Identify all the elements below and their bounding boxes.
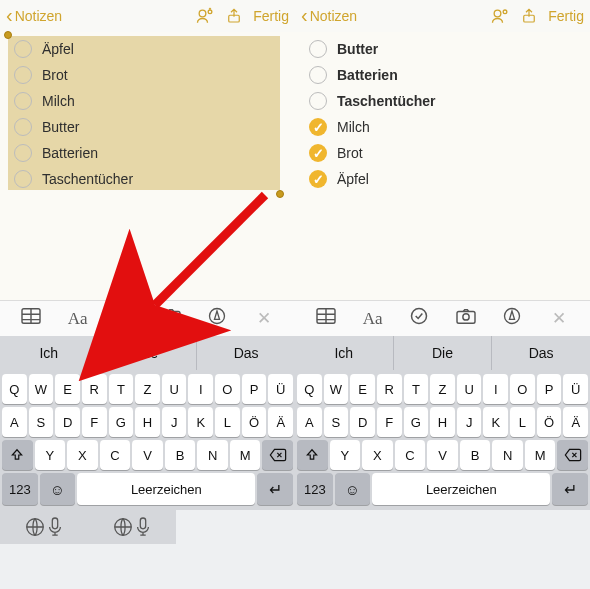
globe-icon[interactable]: [24, 516, 46, 538]
collaborate-icon[interactable]: [490, 6, 510, 26]
checkbox-empty-icon[interactable]: [309, 40, 327, 58]
suggestion[interactable]: Das: [197, 336, 295, 370]
selection-handle-start[interactable]: [4, 31, 12, 39]
key-d[interactable]: D: [350, 407, 375, 437]
numbers-key[interactable]: 123: [2, 473, 38, 505]
camera-icon[interactable]: [451, 307, 481, 330]
mic-icon[interactable]: [134, 516, 152, 538]
checklist-item[interactable]: Butter: [4, 114, 291, 140]
key-r[interactable]: R: [377, 374, 402, 404]
suggestion[interactable]: Das: [492, 336, 590, 370]
key-d[interactable]: D: [55, 407, 80, 437]
key-k[interactable]: K: [188, 407, 213, 437]
return-key[interactable]: ↵: [552, 473, 588, 505]
key-q[interactable]: Q: [2, 374, 27, 404]
key-g[interactable]: G: [109, 407, 134, 437]
suggestion[interactable]: Die: [99, 336, 198, 370]
markup-icon[interactable]: [202, 306, 232, 331]
key-c[interactable]: C: [395, 440, 426, 470]
camera-icon[interactable]: [156, 307, 186, 330]
checkbox-checked-icon[interactable]: [309, 118, 327, 136]
checkbox-empty-icon[interactable]: [309, 92, 327, 110]
key-g[interactable]: G: [404, 407, 429, 437]
checklist-icon[interactable]: [109, 306, 139, 331]
key-ä[interactable]: Ä: [268, 407, 293, 437]
key-ö[interactable]: Ö: [537, 407, 562, 437]
key-n[interactable]: N: [492, 440, 523, 470]
checklist-item[interactable]: Butter: [299, 36, 586, 62]
checklist-item[interactable]: Brot: [4, 62, 291, 88]
key-l[interactable]: L: [215, 407, 240, 437]
key-j[interactable]: J: [162, 407, 187, 437]
key-p[interactable]: P: [537, 374, 562, 404]
checklist-item[interactable]: Äpfel: [299, 166, 586, 192]
key-a[interactable]: A: [297, 407, 322, 437]
checkbox-empty-icon[interactable]: [14, 118, 32, 136]
checklist-item[interactable]: Milch: [299, 114, 586, 140]
key-w[interactable]: W: [29, 374, 54, 404]
back-button[interactable]: ‹ Notizen: [301, 7, 357, 25]
key-t[interactable]: T: [109, 374, 134, 404]
table-icon[interactable]: [16, 307, 46, 330]
key-n[interactable]: N: [197, 440, 228, 470]
suggestion[interactable]: Die: [394, 336, 493, 370]
selection-handle-end[interactable]: [276, 190, 284, 198]
key-v[interactable]: V: [427, 440, 458, 470]
space-key[interactable]: Leerzeichen: [372, 473, 550, 505]
emoji-key[interactable]: ☺: [335, 473, 371, 505]
share-icon[interactable]: [520, 6, 538, 26]
key-h[interactable]: H: [430, 407, 455, 437]
mic-icon[interactable]: [46, 516, 64, 538]
text-format-button[interactable]: Aa: [63, 309, 93, 329]
checklist-icon[interactable]: [404, 306, 434, 331]
done-button[interactable]: Fertig: [548, 8, 584, 24]
key-c[interactable]: C: [100, 440, 131, 470]
close-icon[interactable]: ✕: [544, 308, 574, 329]
key-h[interactable]: H: [135, 407, 160, 437]
key-f[interactable]: F: [377, 407, 402, 437]
key-u[interactable]: U: [457, 374, 482, 404]
checklist-item[interactable]: Batterien: [299, 62, 586, 88]
key-x[interactable]: X: [67, 440, 98, 470]
done-button[interactable]: Fertig: [253, 8, 289, 24]
key-i[interactable]: I: [188, 374, 213, 404]
key-z[interactable]: Z: [135, 374, 160, 404]
backspace-key[interactable]: [557, 440, 588, 470]
key-i[interactable]: I: [483, 374, 508, 404]
checklist-item[interactable]: Milch: [4, 88, 291, 114]
checklist-item[interactable]: Taschentücher: [299, 88, 586, 114]
suggestion[interactable]: Ich: [295, 336, 394, 370]
key-s[interactable]: S: [324, 407, 349, 437]
key-ü[interactable]: Ü: [268, 374, 293, 404]
back-button[interactable]: ‹ Notizen: [6, 7, 62, 25]
key-b[interactable]: B: [165, 440, 196, 470]
key-m[interactable]: M: [525, 440, 556, 470]
share-icon[interactable]: [225, 6, 243, 26]
checkbox-empty-icon[interactable]: [14, 40, 32, 58]
table-icon[interactable]: [311, 307, 341, 330]
checkbox-checked-icon[interactable]: [309, 144, 327, 162]
checkbox-empty-icon[interactable]: [14, 66, 32, 84]
checklist-item[interactable]: Brot: [299, 140, 586, 166]
return-key[interactable]: ↵: [257, 473, 293, 505]
key-z[interactable]: Z: [430, 374, 455, 404]
checkbox-empty-icon[interactable]: [309, 66, 327, 84]
checklist-item[interactable]: Batterien: [4, 140, 291, 166]
key-o[interactable]: O: [215, 374, 240, 404]
globe-icon[interactable]: [112, 516, 134, 538]
checkbox-checked-icon[interactable]: [309, 170, 327, 188]
key-r[interactable]: R: [82, 374, 107, 404]
key-p[interactable]: P: [242, 374, 267, 404]
key-u[interactable]: U: [162, 374, 187, 404]
key-y[interactable]: Y: [330, 440, 361, 470]
checkbox-empty-icon[interactable]: [14, 170, 32, 188]
key-ü[interactable]: Ü: [563, 374, 588, 404]
emoji-key[interactable]: ☺: [40, 473, 76, 505]
key-j[interactable]: J: [457, 407, 482, 437]
key-f[interactable]: F: [82, 407, 107, 437]
suggestion[interactable]: Ich: [0, 336, 99, 370]
key-ö[interactable]: Ö: [242, 407, 267, 437]
checklist-item[interactable]: Äpfel: [4, 36, 291, 62]
key-k[interactable]: K: [483, 407, 508, 437]
key-l[interactable]: L: [510, 407, 535, 437]
